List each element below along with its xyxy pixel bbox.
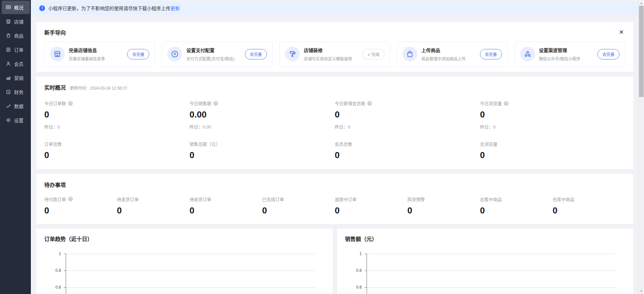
go-complete-button[interactable]: 去完善: [480, 49, 502, 59]
stat-value: 0: [335, 150, 480, 160]
scrollbar-thumb[interactable]: [639, 6, 644, 97]
check-icon: ✓: [367, 52, 371, 57]
sidebar-item-finance[interactable]: ¥ 财务: [2, 85, 30, 99]
update-time: 更新时间：2024-03-18 12:36:27: [70, 85, 127, 91]
settings-icon: [6, 117, 11, 123]
stat-label: 退款中订单: [335, 196, 357, 202]
marketing-icon: [6, 75, 11, 81]
guide-card-title: 设置渠道管理: [539, 48, 567, 53]
help-icon[interactable]: ?: [367, 101, 372, 106]
update-time-value: 2024-03-18 12:36:27: [90, 86, 127, 91]
main-content: ! 小程序已更新，为了不影响您的使用请尽快下载小程序上传 更新 新手导向 ✕: [31, 0, 638, 294]
guide-card-shop-decoration: 店铺装修 店铺可实现自定义模板装修 ✓完成: [279, 42, 390, 66]
help-icon[interactable]: ?: [68, 101, 73, 106]
stat-value: 0: [44, 150, 190, 160]
todo-refunding-orders: 退款中订单 0: [335, 196, 408, 216]
sidebar-item-settings[interactable]: 设置: [2, 113, 30, 127]
stat-value: 0.00: [190, 110, 335, 120]
sales-chart-card: 销售额（元） 1 0.8 0.6 0.4: [337, 229, 634, 294]
stat-label: 待付款订单: [44, 196, 66, 202]
stat-value: 0: [44, 110, 190, 120]
stat-value: 0: [44, 206, 117, 216]
stat-value: 0: [262, 206, 335, 216]
store-icon: [50, 47, 65, 61]
gridline: [66, 271, 315, 271]
guide-card-title: 上传商品: [421, 48, 440, 53]
realtime-stats-grid: 今日订单数? 0 昨日：0 今日销售额? 0.00 昨日：0.00 今日新增会员…: [44, 100, 625, 160]
done-badge[interactable]: ✓完成: [362, 49, 384, 59]
todo-to-ship-orders: 待发货订单 0: [117, 196, 190, 216]
todo-to-receive-orders: 待收货订单 0: [190, 196, 262, 216]
stat-label: 订单总数: [44, 141, 62, 147]
paint-roller-icon: [285, 47, 300, 61]
guide-card-title: 完善店铺信息: [69, 48, 97, 53]
stat-value: 0: [408, 206, 480, 216]
y-axis-line: [367, 254, 367, 294]
stat-value: 0: [480, 110, 625, 120]
scrollbar-down-arrow[interactable]: ▼: [639, 288, 644, 294]
dashboard-icon: [6, 5, 11, 10]
guide-card-store-info: 完善店铺信息 完善店铺基础信息等 去完善: [44, 42, 155, 66]
sidebar-item-shop[interactable]: 店铺: [2, 15, 30, 28]
order-trend-chart-title: 订单趋势（近十日）: [44, 235, 325, 243]
done-label: 完成: [371, 52, 379, 57]
update-link[interactable]: 更新: [170, 5, 180, 11]
stat-yesterday: 昨日：0: [335, 124, 480, 130]
realtime-title: 实时概况: [44, 83, 66, 91]
todo-card: 待办事项 待付款订单? 0 待发货订单 0 待收货订单 0: [36, 174, 633, 224]
order-icon: [6, 47, 11, 52]
go-complete-button[interactable]: 去完善: [127, 49, 149, 59]
sidebar-item-members[interactable]: 会员: [2, 57, 30, 70]
sidebar-item-marketing[interactable]: 营销: [2, 71, 30, 85]
stat-today-pageviews: 今日浏览量? 0 昨日：0: [480, 100, 625, 130]
update-time-label: 更新时间：: [70, 86, 90, 91]
stat-yesterday: 昨日：0.00: [190, 124, 335, 130]
sidebar-item-label: 商品: [14, 32, 23, 39]
go-complete-button[interactable]: 去完善: [597, 49, 620, 59]
stat-label: 总浏览量: [480, 141, 497, 147]
stat-label: 今日销售额: [190, 100, 211, 106]
stat-label: 今日浏览量: [480, 100, 502, 106]
go-complete-button[interactable]: 去完善: [245, 49, 267, 59]
member-icon: [6, 61, 11, 66]
sidebar-item-data[interactable]: 数据: [2, 99, 30, 113]
scrollbar-up-arrow[interactable]: ▲: [639, 0, 644, 6]
stat-value: 0: [553, 206, 626, 216]
stat-label: 会员总数: [335, 141, 352, 147]
guide-card-title: 店铺装修: [304, 48, 323, 53]
todo-unpaid-orders: 待付款订单? 0: [44, 196, 117, 216]
sidebar-item-label: 数据: [14, 103, 23, 109]
stat-yesterday: 昨日：0: [480, 124, 625, 130]
sidebar-item-label: 营销: [14, 75, 23, 81]
guide-card-subtitle: 支付方式配置(支付宝/微信): [186, 56, 243, 61]
sidebar-item-goods[interactable]: 商品: [2, 29, 30, 42]
stat-label: 今日订单数: [44, 100, 66, 106]
sidebar-item-label: 会员: [14, 60, 23, 67]
gridline: [66, 287, 315, 288]
sidebar-item-label: 财务: [14, 89, 23, 95]
stat-value: 0: [335, 206, 408, 216]
guide-card-subtitle: 完善店铺基础信息等: [69, 56, 125, 61]
goods-icon: [6, 33, 11, 38]
sidebar-item-label: 概况: [14, 4, 23, 11]
sidebar: 概况 店铺 商品 订单 会员: [0, 0, 31, 294]
sidebar-item-overview[interactable]: 概况: [2, 1, 30, 14]
finance-icon: ¥: [6, 89, 11, 95]
guide-card-subtitle: 商品管理中添加商品上传: [421, 56, 478, 61]
charts-row: 订单趋势（近十日） 1 0.8 0.6 0.4: [36, 229, 633, 294]
sidebar-item-orders[interactable]: 订单: [2, 43, 30, 56]
help-icon[interactable]: ?: [504, 101, 508, 106]
pay-icon: ¥: [167, 47, 182, 61]
order-trend-chart: 1 0.8 0.6 0.4: [44, 247, 325, 294]
help-icon[interactable]: ?: [213, 101, 218, 106]
todo-on-sale-goods: 出售中商品 0: [480, 196, 553, 216]
info-icon: !: [39, 5, 45, 11]
guide-card-subtitle: 店铺可实现自定义模板装修: [304, 56, 360, 61]
vertical-scrollbar[interactable]: ▲ ▼: [638, 0, 644, 294]
sidebar-item-label: 店铺: [14, 18, 23, 25]
close-icon[interactable]: ✕: [618, 29, 625, 36]
order-trend-chart-card: 订单趋势（近十日） 1 0.8 0.6 0.4: [36, 229, 333, 294]
yuan-glyph: ¥: [8, 91, 9, 94]
data-icon: [6, 103, 11, 109]
help-icon[interactable]: ?: [68, 197, 73, 201]
